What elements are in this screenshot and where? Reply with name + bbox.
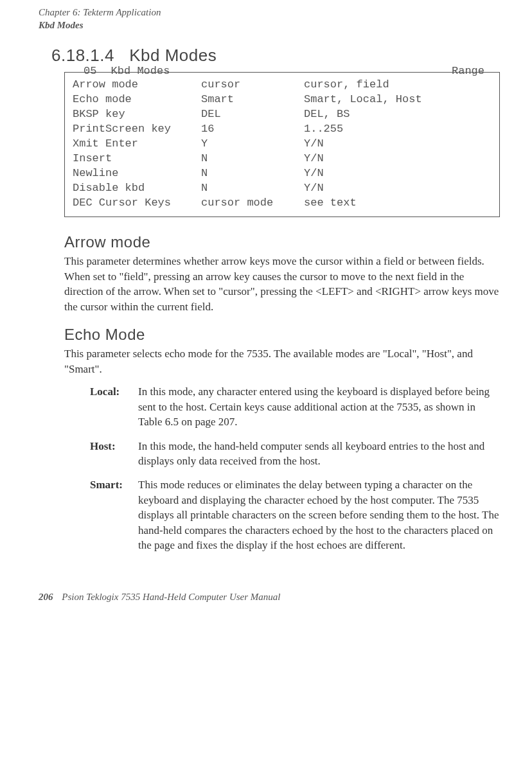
def-term: Smart: [90,477,138,552]
param-name: Newline [73,166,201,181]
table-row: Insert N Y/N [73,152,492,166]
def-desc: This mode reduces or eliminates the dela… [138,477,500,552]
list-item: Smart: This mode reduces or eliminates t… [90,477,500,552]
section-title: Kbd Modes [129,46,217,65]
page: Chapter 6: Tekterm Application Kbd Modes… [0,0,532,622]
section-heading: 6.18.1.4 Kbd Modes [51,46,506,66]
footer-text: Psion Teklogix 7535 Hand-Held Computer U… [62,592,280,602]
param-value: cursor [201,78,304,93]
table-row: Newline N Y/N [73,166,492,181]
table-row: Xmit Enter Y Y/N [73,137,492,152]
list-item: Local: In this mode, any character enter… [90,384,500,429]
definition-list: Local: In this mode, any character enter… [90,384,500,553]
param-value: N [201,166,304,181]
param-value: N [201,181,304,196]
param-name: Arrow mode [73,78,201,93]
subheading-arrow: Arrow mode [64,233,506,251]
table-row: BKSP key DEL DEL, BS [73,107,492,122]
param-range: see text [304,196,492,211]
running-header: Chapter 6: Tekterm Application Kbd Modes [39,6,506,31]
table-row: PrintScreen key 16 1..255 [73,122,492,137]
param-range: cursor, field [304,78,492,93]
table-row: Arrow mode cursor cursor, field [73,78,492,93]
param-value: 16 [201,122,304,137]
param-value: Y [201,137,304,152]
page-number: 206 [39,592,53,602]
table-row: Disable kbd N Y/N [73,181,492,196]
param-value: N [201,152,304,166]
param-name: BKSP key [73,107,201,122]
def-desc: In this mode, any character entered usin… [138,384,500,429]
param-name: Xmit Enter [73,137,201,152]
param-value: Smart [201,93,304,107]
paragraph: This parameter selects echo mode for the… [64,346,500,376]
config-box-body: Arrow mode cursor cursor, field Echo mod… [64,72,500,217]
param-range: Y/N [304,152,492,166]
config-box: 05 Kbd Modes Range Arrow mode cursor cur… [64,72,500,217]
subheading-echo: Echo Mode [64,326,506,344]
table-row: Echo mode Smart Smart, Local, Host [73,93,492,107]
param-name: PrintScreen key [73,122,201,137]
def-term: Host: [90,439,138,469]
param-value: cursor mode [201,196,304,211]
def-term: Local: [90,384,138,429]
param-name: Disable kbd [73,181,201,196]
section-title-small: Kbd Modes [39,19,506,32]
page-footer: 206 Psion Teklogix 7535 Hand-Held Comput… [39,592,506,603]
param-value: DEL [201,107,304,122]
param-range: DEL, BS [304,107,492,122]
param-name: Echo mode [73,93,201,107]
param-range: 1..255 [304,122,492,137]
param-name: DEC Cursor Keys [73,196,201,211]
param-name: Insert [73,152,201,166]
chapter-title: Chapter 6: Tekterm Application [39,6,506,19]
paragraph: This parameter determines whether arrow … [64,254,500,314]
section-number: 6.18.1.4 [51,46,114,65]
list-item: Host: In this mode, the hand-held comput… [90,439,500,469]
param-range: Y/N [304,181,492,196]
def-desc: In this mode, the hand-held computer sen… [138,439,500,469]
param-range: Smart, Local, Host [304,93,492,107]
param-range: Y/N [304,166,492,181]
param-range: Y/N [304,137,492,152]
table-row: DEC Cursor Keys cursor mode see text [73,196,492,211]
